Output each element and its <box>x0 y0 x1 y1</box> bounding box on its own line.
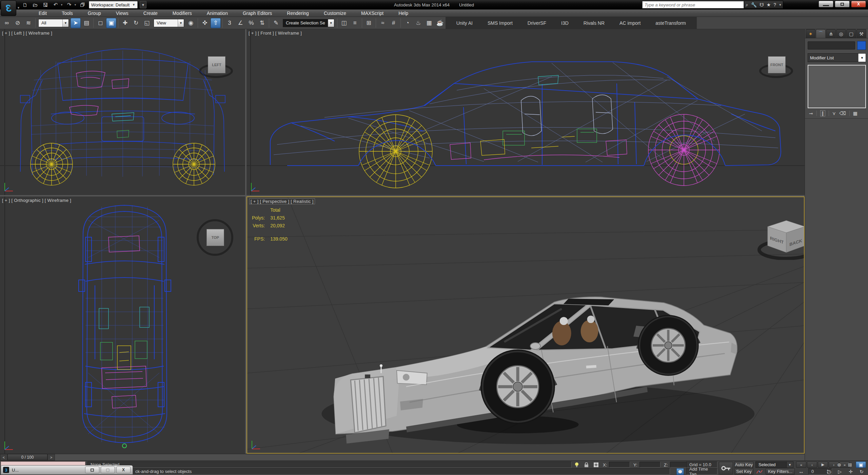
menu-group[interactable]: Group <box>80 10 108 17</box>
communication-icon[interactable]: ☋ <box>760 2 764 7</box>
previous-frame-button[interactable]: < <box>0 454 7 460</box>
mini-restore-button[interactable] <box>85 467 99 473</box>
viewcube-perspective[interactable]: RIGHT BACK <box>757 216 805 260</box>
open-file-icon[interactable]: 🗁 <box>31 1 39 8</box>
viewport-perspective[interactable]: [ + ] [ Perspective ] [ Realistic ] Tota… <box>246 196 805 454</box>
go-to-start-icon[interactable]: « <box>796 461 806 468</box>
named-selection-sets-dropdown[interactable]: Create Selection Se ▼ <box>283 19 334 27</box>
orbit-icon[interactable]: ↻ <box>856 468 867 475</box>
tab-modify[interactable]: ⌒ <box>816 29 826 38</box>
object-name-field[interactable] <box>808 41 855 50</box>
x-coordinate-field[interactable] <box>609 462 630 468</box>
percent-snap-icon[interactable]: % <box>246 18 256 28</box>
workspace-dropdown[interactable]: Workspace: Default ▼ <box>89 1 138 8</box>
zoom-all-icon[interactable]: ⊞ <box>845 461 855 468</box>
ac-import-button[interactable]: AC import <box>612 18 648 28</box>
help-icon[interactable]: ? <box>773 2 776 7</box>
select-and-manipulate-icon[interactable]: ✜ <box>200 18 210 28</box>
angle-snap-icon[interactable]: ∠ <box>235 18 245 28</box>
mini-maximize-button[interactable]: ▢ <box>101 467 115 473</box>
search-input[interactable] <box>642 1 744 8</box>
schematic-view-icon[interactable]: # <box>389 18 399 28</box>
keyboard-shortcut-override-icon[interactable]: ⇧ <box>211 18 221 28</box>
rivals-nr-button[interactable]: Rivals NR <box>576 18 612 28</box>
viewport-front[interactable]: [ + ] [ Front ] [ Wireframe ] <box>246 29 805 195</box>
viewport-front-label[interactable]: [ + ] [ Front ] [ Wireframe ] <box>249 31 302 36</box>
set-key-button[interactable]: Set Key <box>734 468 753 475</box>
menu-graph-editors[interactable]: Graph Editors <box>235 10 279 17</box>
window-crossing-toggle-icon[interactable]: ▣ <box>106 18 116 28</box>
material-editor-icon[interactable]: ◔ <box>402 18 413 28</box>
set-keys-button[interactable] <box>719 462 733 474</box>
manage-layers-icon[interactable]: ⊞ <box>364 18 374 28</box>
viewcube-front[interactable]: FRONT <box>762 54 792 81</box>
zoom-extents-all-icon[interactable]: ⊠ <box>867 461 868 468</box>
search-binoculars-icon[interactable]: ⌕ <box>746 2 748 8</box>
select-and-rotate-icon[interactable]: ↻ <box>131 18 141 28</box>
key-filters-curve-icon[interactable] <box>755 468 764 475</box>
tab-motion[interactable]: ◎ <box>836 29 846 38</box>
viewport-perspective-label[interactable]: [ + ] [ Perspective ] [ Realistic ] <box>249 198 315 204</box>
bind-to-space-warp-icon[interactable]: ≋ <box>23 18 34 28</box>
select-and-move-icon[interactable]: ✚ <box>120 18 130 28</box>
spinner-snap-icon[interactable]: ⇅ <box>257 18 267 28</box>
menu-create[interactable]: Create <box>136 10 165 17</box>
application-menu-button[interactable]: 3 <box>1 0 16 16</box>
time-slider-handle[interactable]: 0 / 100 <box>7 454 47 460</box>
zoom-extents-icon[interactable]: ▣ <box>856 461 866 468</box>
viewcube-top[interactable]: TOP <box>195 217 239 258</box>
menu-help[interactable]: Help <box>391 10 416 17</box>
unity-ai-button[interactable]: Unity AI <box>449 18 480 28</box>
make-unique-icon[interactable]: ⋎ <box>832 111 836 116</box>
tab-hierarchy[interactable]: ⋔ <box>826 29 836 38</box>
save-file-icon[interactable]: 🖫 <box>41 1 50 8</box>
key-mode-toggle-icon[interactable]: ↔ <box>796 468 806 475</box>
reference-coordinate-dropdown[interactable]: View ▼ <box>154 19 184 27</box>
y-coordinate-field[interactable] <box>639 462 660 468</box>
menu-edit[interactable]: Edit <box>31 10 54 17</box>
i3d-button[interactable]: I3D <box>554 18 576 28</box>
viewport-orthographic-label[interactable]: [ + ] [ Orthographic ] [ Wireframe ] <box>2 198 71 203</box>
rectangular-selection-region-icon[interactable]: ◻ <box>95 18 105 28</box>
unlink-selection-icon[interactable]: ⊘ <box>13 18 23 28</box>
viewcube-left[interactable]: LEFT <box>202 54 232 81</box>
absolute-offset-mode-icon[interactable] <box>593 462 599 468</box>
application-menu-arrow-icon[interactable]: ▼ <box>17 6 20 10</box>
restore-button[interactable] <box>835 1 850 7</box>
selection-filter-dropdown[interactable]: All ▼ <box>38 19 69 27</box>
adaptive-degradation-bulb-icon[interactable] <box>574 462 580 468</box>
subscription-icon[interactable]: 🔧 <box>751 2 757 7</box>
add-time-tag[interactable]: Add Time Tag <box>686 468 717 475</box>
previous-frame-icon[interactable]: ‹ <box>807 461 817 468</box>
select-and-scale-icon[interactable]: ◱ <box>142 18 152 28</box>
menu-animation[interactable]: Animation <box>199 10 235 17</box>
select-object-icon[interactable]: ➤ <box>71 18 81 28</box>
minimized-document-window[interactable]: 3 U... ▢ X <box>1 465 133 475</box>
object-color-swatch[interactable] <box>857 41 866 50</box>
select-by-name-icon[interactable]: ▤ <box>81 18 92 28</box>
project-folder-icon[interactable]: 🗇 <box>79 1 87 8</box>
auto-key-button[interactable]: Auto Key <box>734 461 753 468</box>
viewport-left[interactable]: [ + ] [ Left ] [ Wireframe ] <box>0 29 245 195</box>
tab-create[interactable]: ✶ <box>806 29 815 38</box>
key-mode-dropdown[interactable]: Selected ▼ <box>755 461 793 468</box>
modifier-list-dropdown[interactable]: Modifier List ▼ <box>808 53 866 62</box>
mirror-icon[interactable]: ◫ <box>339 18 349 28</box>
render-setup-icon[interactable]: ♨ <box>413 18 423 28</box>
help-dropdown-arrow-icon[interactable]: ▼ <box>779 3 782 6</box>
menu-rendering[interactable]: Rendering <box>279 10 316 17</box>
snaps-toggle-3d-icon[interactable]: 3 <box>224 18 235 28</box>
curve-editor-icon[interactable]: ≈ <box>378 18 388 28</box>
menu-modifiers[interactable]: Modifiers <box>165 10 199 17</box>
key-filters-button[interactable]: Key Filters... <box>766 468 795 475</box>
next-frame-button[interactable]: > <box>47 454 55 460</box>
astetransform-button[interactable]: asteTransform <box>648 18 693 28</box>
rendered-frame-window-icon[interactable]: ▦ <box>424 18 434 28</box>
play-animation-icon[interactable]: ▶ <box>818 461 828 468</box>
undo-dropdown-arrow-icon[interactable]: ▼ <box>60 3 63 6</box>
close-button[interactable]: X <box>851 1 866 7</box>
viewport-orthographic[interactable]: [ + ] [ Orthographic ] [ Wireframe ] <box>0 196 245 454</box>
selection-lock-icon[interactable] <box>583 462 589 468</box>
mini-close-button[interactable]: X <box>116 467 131 473</box>
show-end-result-icon[interactable]: ∥ <box>820 110 825 116</box>
